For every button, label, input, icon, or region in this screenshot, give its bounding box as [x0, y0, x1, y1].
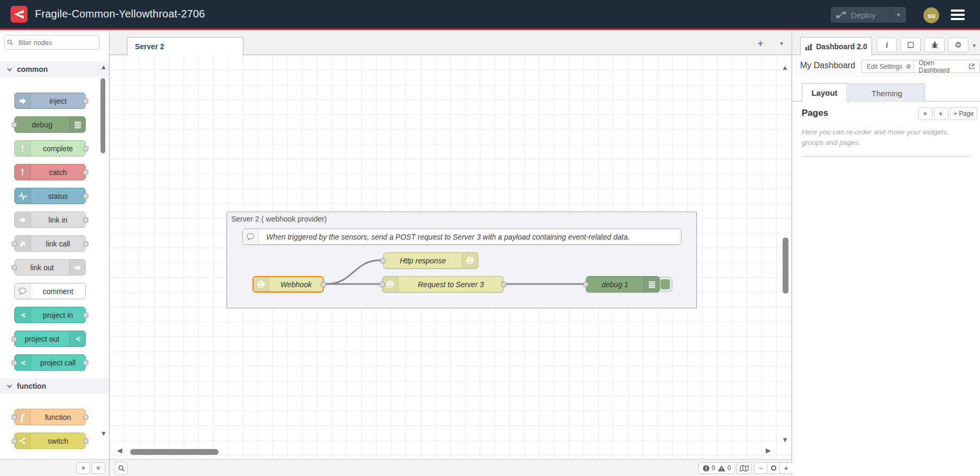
- input-port[interactable]: [380, 258, 386, 263]
- chevron-down-icon: [7, 385, 12, 388]
- function-icon: f: [15, 409, 31, 425]
- comment-node[interactable]: When triggered by the sensors, send a PO…: [242, 228, 682, 245]
- input-port[interactable]: [12, 336, 17, 342]
- output-port[interactable]: [321, 282, 326, 287]
- sidebar-panel: Dashboard 2.0 i ⚙ ▾ My Dashboard Edit Se…: [792, 30, 980, 476]
- flow-canvas[interactable]: Server 2 ( webhook provider) When trigge…: [110, 55, 792, 459]
- deploy-button[interactable]: Deploy ▾: [831, 7, 906, 23]
- canvas-scroll-right-icon[interactable]: ▶: [766, 446, 771, 454]
- flow-editor: Server 2 + ▾ Server 2 ( webhook provider…: [110, 30, 792, 476]
- zoom-reset-button[interactable]: [767, 462, 780, 474]
- canvas-vertical-scrollbar-thumb[interactable]: [783, 237, 788, 294]
- debug-tab-button[interactable]: [924, 38, 945, 52]
- palette-node-function[interactable]: f function: [14, 409, 86, 425]
- add-flow-button[interactable]: +: [755, 38, 766, 49]
- user-avatar[interactable]: su: [923, 7, 939, 23]
- dashboard-subtab-bar: Layout Theming: [792, 81, 980, 102]
- category-label: function: [17, 382, 46, 390]
- tab-theming[interactable]: Theming: [849, 84, 925, 102]
- palette-node-inject[interactable]: inject: [14, 93, 86, 109]
- output-port[interactable]: [501, 282, 506, 287]
- http-response-node[interactable]: Http response: [383, 252, 478, 269]
- add-page-button[interactable]: + Page: [950, 107, 977, 120]
- output-port[interactable]: [83, 217, 88, 223]
- filter-nodes-input[interactable]: [4, 35, 99, 50]
- canvas-horizontal-scrollbar-thumb[interactable]: [130, 449, 219, 455]
- palette-node-project-in[interactable]: project in: [14, 307, 86, 323]
- palette-node-link-out[interactable]: link out: [14, 259, 86, 276]
- flow-tab-server-2[interactable]: Server 2: [127, 37, 243, 56]
- collapse-all-categories-button[interactable]: »: [76, 462, 90, 474]
- tab-layout[interactable]: Layout: [802, 83, 847, 102]
- palette-filter-row: [0, 30, 109, 55]
- expand-all-categories-button[interactable]: »: [92, 462, 105, 474]
- palette-node-comment[interactable]: comment: [14, 283, 86, 299]
- input-port[interactable]: [12, 360, 17, 365]
- comment-node-text: When triggered by the sensors, send a PO…: [259, 229, 681, 244]
- sidebar-menu-caret-icon[interactable]: ▾: [973, 42, 976, 49]
- palette-node-catch[interactable]: ! catch: [14, 164, 86, 180]
- info-tab-button[interactable]: i: [877, 38, 897, 52]
- webhook-node-selected[interactable]: Webhook: [252, 276, 324, 292]
- palette-footer: » »: [0, 459, 109, 476]
- input-port[interactable]: [379, 282, 385, 287]
- chevron-down-icon: [7, 68, 12, 71]
- zoom-in-button[interactable]: +: [779, 462, 793, 474]
- zoom-out-button[interactable]: −: [754, 462, 767, 474]
- project-icon: [15, 355, 31, 370]
- palette-scrollbar-thumb[interactable]: [101, 78, 105, 153]
- input-port[interactable]: [12, 438, 17, 444]
- pages-move-down-button[interactable]: »: [934, 107, 948, 120]
- palette-scroll-area: common inject debug ! complete ! catch s…: [0, 55, 109, 459]
- palette-node-link-in[interactable]: link in: [14, 212, 86, 228]
- output-port[interactable]: [83, 360, 88, 365]
- output-port[interactable]: [83, 98, 88, 104]
- palette-scroll-up-icon[interactable]: ▲: [100, 63, 107, 71]
- output-port[interactable]: [83, 313, 88, 318]
- palette-node-switch[interactable]: switch: [14, 433, 86, 449]
- request-to-server-3-node[interactable]: Request to Server 3: [382, 276, 504, 292]
- config-tab-button[interactable]: ⚙: [948, 38, 968, 52]
- input-port[interactable]: [12, 265, 17, 270]
- output-port[interactable]: [83, 241, 88, 246]
- edit-settings-button[interactable]: Edit Settings ⚙: [861, 60, 917, 73]
- output-port[interactable]: [83, 438, 88, 444]
- palette-node-project-call[interactable]: project call: [14, 354, 86, 371]
- output-port[interactable]: [83, 170, 88, 175]
- comment-bubble-icon: [15, 283, 31, 299]
- open-dashboard-button[interactable]: Open Dashboard: [913, 60, 980, 73]
- palette-node-debug[interactable]: debug: [14, 116, 86, 133]
- deploy-caret-icon[interactable]: ▾: [891, 11, 906, 19]
- output-port[interactable]: [83, 146, 88, 151]
- output-port[interactable]: [83, 194, 88, 199]
- palette-scroll-down-icon[interactable]: ▼: [100, 429, 107, 437]
- palette-node-link-call[interactable]: link call: [14, 235, 86, 252]
- palette-node-project-out[interactable]: project out: [14, 331, 86, 347]
- palette-category-common[interactable]: common: [0, 61, 109, 77]
- flow-list-caret-icon[interactable]: ▾: [780, 40, 783, 47]
- canvas-scroll-left-icon[interactable]: ◀: [117, 446, 122, 454]
- canvas-scroll-up-icon[interactable]: ▲: [782, 63, 788, 71]
- input-port[interactable]: [12, 122, 17, 127]
- main-menu-button[interactable]: [951, 10, 965, 20]
- sidebar-tab-label: Dashboard 2.0: [816, 42, 867, 51]
- input-port[interactable]: [12, 415, 17, 420]
- sidebar-tab-dashboard[interactable]: Dashboard 2.0: [800, 37, 872, 56]
- search-flows-button[interactable]: [115, 462, 128, 474]
- flow-tab-label: Server 2: [135, 42, 164, 51]
- debug-list-icon: [69, 117, 85, 132]
- palette-node-complete[interactable]: ! complete: [14, 140, 86, 157]
- input-port[interactable]: [12, 241, 17, 246]
- navigator-map-button[interactable]: [737, 462, 751, 474]
- pages-move-up-button[interactable]: »: [918, 107, 932, 120]
- debug-1-node[interactable]: debug 1: [586, 276, 660, 292]
- help-tab-button[interactable]: [901, 38, 921, 52]
- input-port[interactable]: [583, 282, 588, 287]
- output-port[interactable]: [83, 415, 88, 420]
- palette-node-status[interactable]: status: [14, 188, 86, 204]
- palette-category-function[interactable]: function: [0, 378, 109, 394]
- debug-enable-toggle[interactable]: [658, 277, 673, 292]
- canvas-scroll-down-icon[interactable]: ▼: [782, 436, 788, 444]
- exclamation-icon: !: [15, 141, 31, 156]
- globe-icon: [253, 277, 269, 291]
